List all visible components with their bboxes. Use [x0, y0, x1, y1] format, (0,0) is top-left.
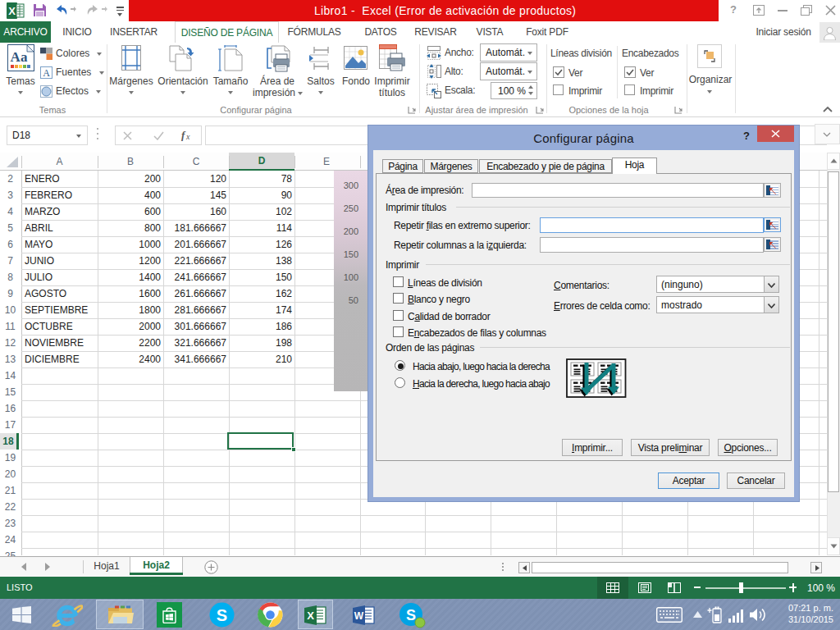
svg-text:Aa: Aa	[11, 49, 28, 65]
svg-text:X: X	[307, 609, 314, 622]
svg-text:A: A	[43, 67, 50, 79]
svg-text:W: W	[354, 610, 364, 622]
svg-text:X: X	[8, 5, 16, 17]
svg-text:S: S	[406, 607, 416, 623]
svg-text:S: S	[217, 606, 227, 624]
